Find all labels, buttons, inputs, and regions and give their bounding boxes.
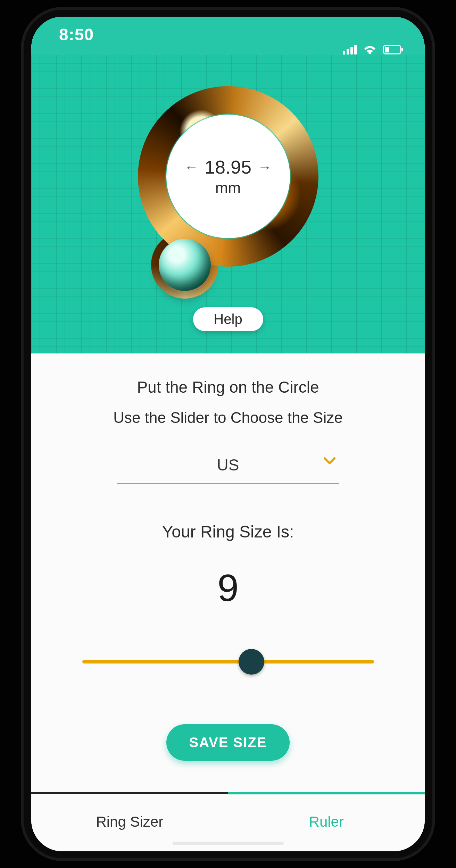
tab-ruler-label: Ruler [309, 813, 344, 830]
controls-panel: Put the Ring on the Circle Use the Slide… [31, 353, 425, 851]
ring-sizer-area[interactable]: ← 18.95 → mm Help [31, 55, 425, 353]
tab-ring-sizer-label: Ring Sizer [96, 813, 163, 830]
ring-size-value: 9 [217, 566, 239, 610]
slider-track [82, 660, 374, 663]
phone-frame: 8:50 [21, 7, 435, 861]
diameter-unit: mm [215, 179, 241, 197]
slider-thumb[interactable] [239, 649, 264, 675]
screen: 8:50 [31, 17, 425, 851]
svg-rect-1 [401, 48, 403, 51]
diameter-circle[interactable]: ← 18.95 → mm [166, 115, 290, 238]
status-time: 8:50 [59, 25, 94, 44]
help-button[interactable]: Help [193, 307, 263, 331]
cellular-signal-icon [343, 45, 357, 55]
arrow-left-icon: ← [184, 159, 198, 175]
diameter-value: 18.95 [205, 156, 251, 178]
instruction-line-2: Use the Slider to Choose the Size [113, 409, 342, 426]
arrow-right-icon: → [258, 159, 272, 175]
status-bar: 8:50 [31, 17, 425, 55]
ring-graphic: ← 18.95 → mm [131, 86, 325, 301]
home-indicator[interactable] [173, 842, 284, 845]
region-value: US [217, 456, 239, 474]
instruction-line-1: Put the Ring on the Circle [137, 378, 319, 397]
chevron-down-icon [323, 457, 336, 467]
region-select[interactable]: US [117, 451, 339, 484]
size-slider[interactable] [82, 651, 374, 672]
status-right-cluster [343, 44, 404, 55]
save-size-button[interactable]: SAVE SIZE [166, 724, 290, 761]
wifi-icon [363, 44, 377, 55]
battery-low-icon [383, 45, 404, 55]
bottom-tabs: Ring Sizer Ruler [31, 792, 425, 851]
ring-gemstone [159, 239, 211, 291]
svg-rect-2 [385, 47, 389, 52]
your-size-label: Your Ring Size Is: [162, 522, 294, 541]
